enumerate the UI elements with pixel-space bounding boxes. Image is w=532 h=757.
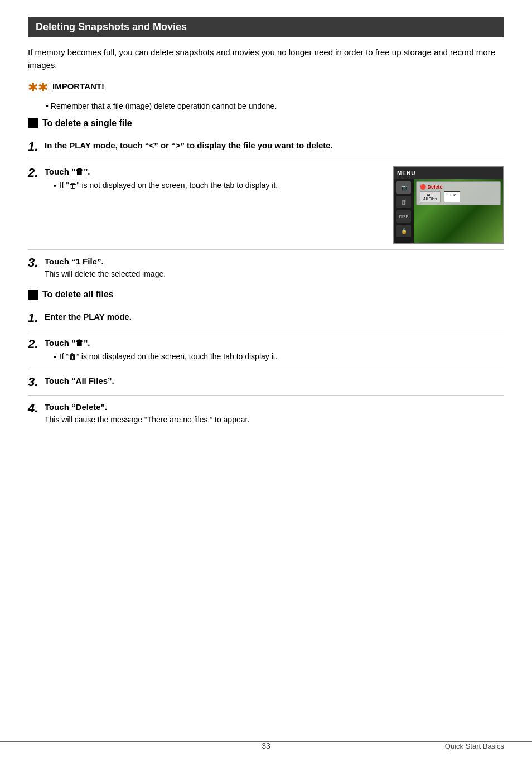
cam-icon-lock: 🔒 xyxy=(396,225,411,237)
step-number-1-2: 2. xyxy=(28,166,45,180)
step-description-1-3: This will delete the selected image. xyxy=(45,269,504,278)
step-number-2-1: 1. xyxy=(28,311,45,325)
step-number-2-4: 4. xyxy=(28,401,45,416)
sub-text-1-2-1: If "🗑" is not displayed on the screen, t… xyxy=(60,180,278,191)
black-square-icon-2 xyxy=(28,290,38,300)
step-title-2-3: Touch “All Files”. xyxy=(45,375,504,388)
step-title-2-4: Touch “Delete”. xyxy=(45,401,504,414)
page-number: 33 xyxy=(262,741,270,750)
step-number-1-1: 1. xyxy=(28,139,45,154)
delete-menu-overlay: 🔴 Delete ALLAll Files 1 File xyxy=(416,181,501,205)
section-title: Deleting Snapshots and Movies xyxy=(28,17,504,37)
step-title-2-1: Enter the PLAY mode. xyxy=(45,311,504,324)
step-content-2-1: Enter the PLAY mode. xyxy=(45,311,504,324)
camera-menu-bar: MENU xyxy=(394,167,503,179)
black-square-icon-1 xyxy=(28,118,38,128)
cam-icon-trash: 🗑 xyxy=(396,196,411,208)
page-footer: 33 Quick Start Basics xyxy=(0,741,532,746)
delete-option-1file: 1 File xyxy=(444,191,460,202)
cam-icon-camera: 📷 xyxy=(396,181,411,194)
cam-icon-disp: DISP xyxy=(396,210,411,223)
bullet-point: • xyxy=(46,102,51,110)
step-content-2-2: Touch "🗑". • If “🗑” is not displayed on … xyxy=(45,337,504,363)
step-content-2-3: Touch “All Files”. xyxy=(45,375,504,388)
camera-screen-image: MENU 📷 🗑 DISP 🔒 🔴 Delete xyxy=(393,166,504,244)
step-title-1-3: Touch “1 File”. xyxy=(45,255,504,268)
step-number-2-2: 2. xyxy=(28,337,45,351)
step-2-3: 3. Touch “All Files”. xyxy=(28,369,504,395)
step-description-2-4: This will cause the message “There are n… xyxy=(45,415,504,424)
important-icon: ✱✱ xyxy=(28,80,48,95)
footer-section-label: Quick Start Basics xyxy=(445,742,504,750)
sub-text-2-2-1: If “🗑” is not displayed on the screen, t… xyxy=(60,351,278,363)
step-content-1-3: Touch “1 File”. This will delete the sel… xyxy=(45,255,504,278)
step-sub-2-2: • If “🗑” is not displayed on the screen,… xyxy=(54,351,504,363)
step-content-1-2: Touch "🗑". • If "🗑" is not displayed on … xyxy=(45,166,504,244)
step-sub-item-1-2-1: • If "🗑" is not displayed on the screen,… xyxy=(54,180,381,192)
step-1-1: 1. In the PLAY mode, touch “<” or “>” to… xyxy=(28,134,504,160)
step-left-1-2: Touch "🗑". • If "🗑" is not displayed on … xyxy=(45,166,381,192)
page-content: Deleting Snapshots and Movies If memory … xyxy=(0,0,532,463)
step-sub-item-2-2-1: • If “🗑” is not displayed on the screen,… xyxy=(54,351,504,363)
step-number-1-3: 3. xyxy=(28,255,45,270)
step-2-2: 2. Touch "🗑". • If “🗑” is not displayed … xyxy=(28,331,504,369)
step-sub-1-2: • If "🗑" is not displayed on the screen,… xyxy=(54,180,381,192)
step-title-1-1: In the PLAY mode, touch “<” or “>” to di… xyxy=(45,139,504,152)
camera-main-view: 🔴 Delete ALLAll Files 1 File xyxy=(414,179,503,243)
delete-option-all: ALLAll Files xyxy=(420,191,441,202)
delete-menu-title: 🔴 Delete xyxy=(420,184,497,190)
important-block: ✱✱ IMPORTANT! xyxy=(28,81,504,95)
step-title-1-2: Touch "🗑". xyxy=(45,166,381,179)
subsection-heading-1: To delete a single file xyxy=(28,118,504,128)
menu-label: MENU xyxy=(397,170,415,176)
important-bullet-text: Remember that a file (image) delete oper… xyxy=(51,102,277,110)
step-1-3: 3. Touch “1 File”. This will delete the … xyxy=(28,249,504,284)
intro-paragraph: If memory becomes full, you can delete s… xyxy=(28,46,504,71)
delete-options: ALLAll Files 1 File xyxy=(420,191,497,202)
step-2-4: 4. Touch “Delete”. This will cause the m… xyxy=(28,395,504,430)
step-number-2-3: 3. xyxy=(28,375,45,389)
sub-bullet-1-2-1: • xyxy=(54,180,56,192)
subsection-label-2: To delete all files xyxy=(42,290,114,300)
subsection-label-1: To delete a single file xyxy=(42,118,132,128)
camera-body: 📷 🗑 DISP 🔒 🔴 Delete ALLAll Files 1 File xyxy=(394,179,503,243)
important-text: • Remember that a file (image) delete op… xyxy=(46,102,504,110)
step-title-2-2: Touch "🗑". xyxy=(45,337,504,350)
step-content-1-1: In the PLAY mode, touch “<” or “>” to di… xyxy=(45,139,504,152)
step-2-1: 1. Enter the PLAY mode. xyxy=(28,305,504,331)
step-1-2: 2. Touch "🗑". • If "🗑" is not displayed … xyxy=(28,160,504,249)
sub-bullet-2-2-1: • xyxy=(54,351,56,363)
important-label: IMPORTANT! xyxy=(52,81,104,91)
camera-sidebar: 📷 🗑 DISP 🔒 xyxy=(394,179,414,243)
camera-display: MENU 📷 🗑 DISP 🔒 🔴 Delete xyxy=(393,166,504,244)
subsection-heading-2: To delete all files xyxy=(28,290,504,300)
step-content-2-4: Touch “Delete”. This will cause the mess… xyxy=(45,401,504,424)
